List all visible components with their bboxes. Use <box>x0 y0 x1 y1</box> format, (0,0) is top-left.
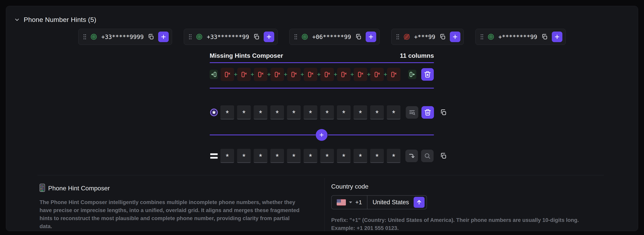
digit-cell[interactable]: * <box>237 149 251 163</box>
digit-cell[interactable]: * <box>387 105 400 120</box>
missing-digit-cell[interactable] <box>370 68 384 81</box>
add-hint-button[interactable] <box>158 32 169 42</box>
phone-hint-chip[interactable]: +06******99 <box>289 29 380 45</box>
missing-digit-cell[interactable] <box>237 68 251 81</box>
missing-digit-cell[interactable] <box>220 68 234 81</box>
copy-row-icon[interactable] <box>440 109 447 117</box>
digit-cell[interactable]: * <box>320 149 334 163</box>
add-column-icon[interactable]: + <box>268 71 270 78</box>
add-hint-button[interactable] <box>264 32 274 42</box>
digit-cell[interactable]: * <box>387 149 400 163</box>
missing-digit-cell[interactable] <box>287 68 301 81</box>
phone-hint-value: +33*****9999 <box>101 34 144 40</box>
digit-cell[interactable]: * <box>304 149 317 163</box>
insert-column-left-button[interactable] <box>210 70 218 79</box>
missing-digit-cell[interactable] <box>337 68 350 81</box>
digit-cell[interactable]: * <box>287 105 301 120</box>
copy-row-icon[interactable] <box>440 152 447 160</box>
country-name[interactable]: United States <box>372 199 409 206</box>
arrow-up-button[interactable] <box>414 197 424 208</box>
missing-digit-cell[interactable] <box>320 68 334 81</box>
digit-cell[interactable]: * <box>254 105 268 120</box>
copy-hint-button[interactable] <box>541 34 548 40</box>
search-button[interactable] <box>421 150 434 162</box>
phone-hint-composer-info: Phone Hint Composer The Phone Hint Compo… <box>40 181 323 230</box>
add-column-icon[interactable]: + <box>350 71 354 78</box>
drag-handle-icon[interactable] <box>294 34 297 40</box>
country-description: Prefix: "+1" (Country: United States of … <box>331 216 604 232</box>
country-code-label: Country code <box>331 183 604 190</box>
search-list-button[interactable] <box>406 106 418 119</box>
digit-cell[interactable]: * <box>370 149 384 163</box>
add-hint-button[interactable] <box>552 32 562 42</box>
digit-cell[interactable]: * <box>287 149 301 163</box>
add-column-icon[interactable]: + <box>284 71 287 78</box>
copy-hint-button[interactable] <box>355 34 362 40</box>
digit-cell[interactable]: * <box>320 105 334 120</box>
phone-number-hints-panel: Phone Number Hints (5) +33*****9999+33**… <box>6 6 638 231</box>
insert-column-right-button[interactable] <box>408 70 416 79</box>
add-column-icon[interactable]: + <box>251 71 254 78</box>
phone-hint-chip[interactable]: +********99 <box>476 29 566 45</box>
composer-underline-2 <box>210 88 434 88</box>
digit-cells: *********** <box>220 105 400 120</box>
add-hint-button[interactable] <box>366 32 376 42</box>
add-hint-button[interactable] <box>450 32 460 42</box>
drag-handle-icon[interactable] <box>189 34 192 40</box>
drag-handle-icon[interactable] <box>480 34 484 40</box>
phone-hint-chip[interactable]: +33*****9999 <box>78 29 172 45</box>
add-row-button[interactable] <box>316 129 328 141</box>
drag-handle-icon[interactable] <box>83 34 86 40</box>
info-body: The Phone Hint Composer intelligently co… <box>40 198 323 230</box>
add-column-icon[interactable]: + <box>301 71 304 78</box>
digit-cell[interactable]: * <box>370 105 384 120</box>
missing-digit-cell[interactable] <box>270 68 284 81</box>
drag-handle-icon[interactable] <box>396 34 399 40</box>
missing-hints-composer: Missing Hints Composer 11 columns ++++++… <box>210 52 434 170</box>
add-column-icon[interactable]: + <box>334 71 337 78</box>
digit-cell[interactable]: * <box>254 149 268 163</box>
target-icon <box>301 33 308 40</box>
missing-digit-cell[interactable] <box>254 68 268 81</box>
copy-hint-button[interactable] <box>253 34 260 40</box>
target-icon <box>488 33 494 40</box>
digit-cell[interactable]: * <box>354 149 367 163</box>
phone-hint-chip[interactable]: +***99 <box>391 29 464 45</box>
delete-row-button[interactable] <box>422 106 434 119</box>
missing-digit-cell[interactable] <box>354 68 367 81</box>
phone-hint-chip[interactable]: +33*******99 <box>184 29 278 45</box>
digit-cell[interactable]: * <box>270 105 284 120</box>
country-select[interactable]: +1 <box>332 196 367 209</box>
copy-hint-button[interactable] <box>439 34 446 40</box>
add-column-icon[interactable]: + <box>317 71 320 78</box>
missing-digit-cell[interactable] <box>387 68 400 81</box>
digit-cell[interactable]: * <box>354 105 367 120</box>
digit-cell[interactable]: * <box>304 105 317 120</box>
missing-cells: ++++++++++ <box>220 68 400 81</box>
add-column-icon[interactable]: + <box>234 71 237 78</box>
digit-cell[interactable]: * <box>220 149 234 163</box>
digit-cell[interactable]: * <box>270 149 284 163</box>
digit-cell[interactable]: * <box>237 105 251 120</box>
target-off-icon <box>403 33 410 40</box>
equals-icon <box>210 149 218 163</box>
chevron-down-icon[interactable] <box>14 17 20 23</box>
copy-hint-button[interactable] <box>148 34 154 40</box>
columns-count-label: 11 columns <box>400 52 434 59</box>
phone-hint-value: +33*******99 <box>207 34 249 40</box>
us-flag-icon <box>337 199 346 206</box>
digit-cell[interactable]: * <box>337 105 350 120</box>
digit-cell[interactable]: * <box>220 105 234 120</box>
add-column-icon[interactable]: + <box>384 71 387 78</box>
missing-columns-row: ++++++++++ <box>210 68 400 81</box>
target-icon <box>196 33 203 40</box>
missing-digit-cell[interactable] <box>304 68 317 81</box>
caret-down-icon <box>349 202 352 203</box>
corner-right-down-button[interactable] <box>406 150 418 162</box>
phone-hint-value: +********99 <box>498 34 537 40</box>
digit-cell[interactable]: * <box>337 149 350 163</box>
panel-header: Phone Number Hints (5) <box>14 16 96 24</box>
add-column-icon[interactable]: + <box>367 71 370 78</box>
info-heading: Phone Hint Composer <box>48 185 110 192</box>
delete-columns-button[interactable] <box>421 68 434 81</box>
